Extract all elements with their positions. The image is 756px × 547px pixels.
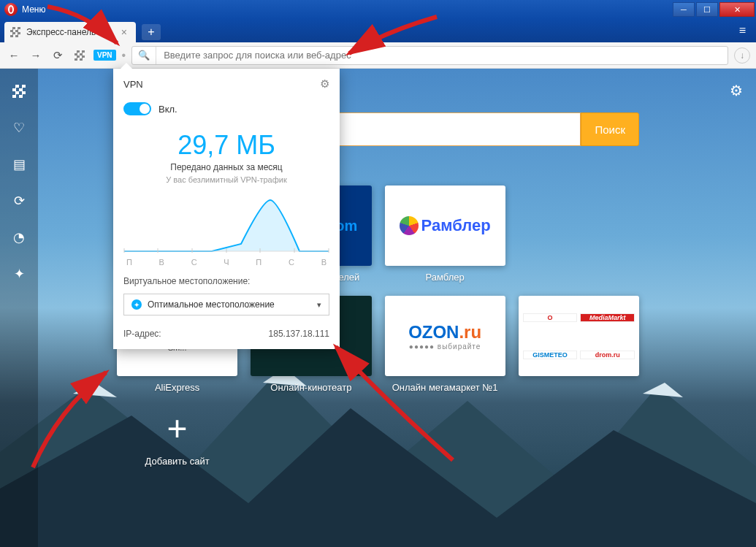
tile-label: Рамблер: [426, 272, 465, 283]
tab-strip: Экспресс-панель × + ≡: [0, 19, 756, 42]
search-icon[interactable]: 🔍: [132, 47, 156, 64]
new-tab-button[interactable]: +: [142, 24, 161, 40]
vpn-title: VPN: [123, 79, 143, 90]
plus-icon: +: [156, 406, 199, 450]
sidebar-extensions[interactable]: ✦: [11, 266, 27, 282]
forward-button[interactable]: →: [28, 47, 44, 64]
close-button[interactable]: ✕: [719, 2, 755, 17]
address-bar: ← → ⟳ VPN • 🔍 ↓: [0, 42, 756, 69]
address-field-container: 🔍: [131, 46, 728, 65]
sidebar-news[interactable]: ▤: [11, 156, 27, 172]
vpn-ip-value: 185.137.18.111: [269, 329, 329, 339]
vpn-toggle[interactable]: [123, 102, 151, 115]
tile-add-site[interactable]: + Добавить сайт: [117, 406, 237, 467]
vpn-ip-label: IP-адрес:: [123, 329, 161, 339]
tile-label: Онлайн-кинотеатр: [270, 382, 351, 393]
maximize-button[interactable]: ☐: [696, 2, 718, 17]
sidebar-history[interactable]: ◔: [11, 229, 27, 245]
tile-rambler[interactable]: Рамблер Рамблер: [385, 185, 505, 283]
vpn-popup: VPN ⚙ Вкл. 29,7 МБ Передано данных за ме…: [113, 69, 340, 349]
menu-button[interactable]: Меню: [22, 4, 45, 15]
svg-marker-4: [643, 383, 683, 397]
dot-separator: •: [122, 49, 126, 62]
vpn-data-amount: 29,7 МБ: [123, 130, 329, 161]
vpn-location-label: Виртуальное местоположение:: [113, 267, 340, 291]
vpn-usage-chart: ПВСЧПСВ: [113, 194, 340, 267]
speed-dial-icon: [10, 27, 20, 37]
vpn-location-value: Оптимальное местоположение: [148, 299, 275, 310]
settings-button[interactable]: ⚙: [730, 82, 743, 99]
speed-dial-button[interactable]: [72, 47, 88, 64]
vpn-data-caption: Передано данных за месяц: [123, 162, 329, 172]
address-input[interactable]: [156, 50, 728, 61]
vpn-location-select[interactable]: ✦ Оптимальное местоположение: [123, 294, 329, 315]
tab-title: Экспресс-панель: [26, 27, 96, 37]
back-button[interactable]: ←: [6, 47, 22, 64]
vpn-unlimited-note: У вас безлимитный VPN-трафик: [123, 175, 329, 184]
vpn-chart-days: ПВСЧПСВ: [123, 255, 329, 267]
close-tab-button[interactable]: ×: [118, 26, 130, 38]
tile-label: Добавить сайт: [145, 456, 210, 467]
reload-button[interactable]: ⟳: [50, 47, 66, 64]
tile-ozon[interactable]: OZON.ru ●●●●● выбирайте Онлайн мегамарке…: [385, 296, 505, 393]
tile-folder[interactable]: O MediaMarkt GISMETEO drom.ru: [519, 296, 639, 393]
tab-speed-dial[interactable]: Экспресс-панель ×: [4, 22, 136, 42]
globe-icon: ✦: [131, 299, 142, 310]
tab-menu-button[interactable]: ≡: [733, 21, 752, 40]
minimize-button[interactable]: ─: [673, 2, 695, 17]
sidebar: ♡ ▤ ⟳ ◔ ✦: [0, 69, 38, 547]
tile-label: Онлайн мегамаркет №1: [392, 382, 498, 393]
sidebar-bookmarks[interactable]: ♡: [11, 120, 27, 136]
sidebar-speed-dial[interactable]: [11, 83, 27, 99]
downloads-button[interactable]: ↓: [734, 47, 750, 64]
search-button[interactable]: Поиск: [581, 112, 639, 146]
gear-icon[interactable]: ⚙: [320, 77, 329, 91]
opera-icon[interactable]: [4, 3, 18, 16]
vpn-badge[interactable]: VPN: [93, 50, 116, 61]
vpn-toggle-label: Вкл.: [159, 104, 177, 115]
window-titlebar: Меню ─ ☐ ✕: [0, 0, 756, 19]
sidebar-sync[interactable]: ⟳: [11, 193, 27, 209]
tile-label: AliExpress: [155, 382, 199, 393]
